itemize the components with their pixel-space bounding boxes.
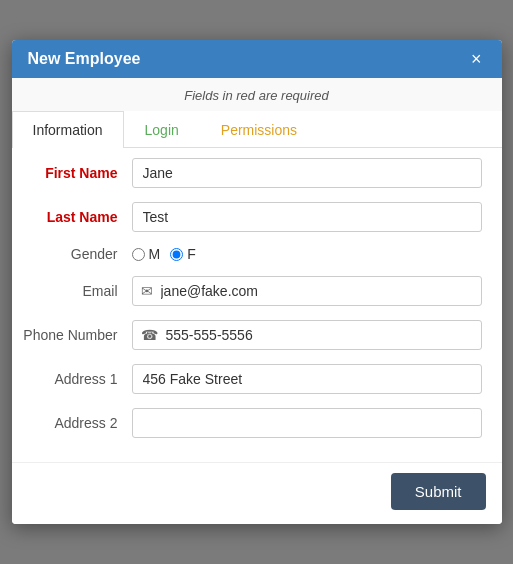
tab-information[interactable]: Information (12, 111, 124, 148)
address2-input[interactable] (132, 408, 482, 438)
first-name-row: First Name (22, 158, 482, 188)
gender-male-label: M (149, 246, 161, 262)
phone-row: Phone Number ☎ (22, 320, 482, 350)
gender-label: Gender (22, 246, 132, 262)
phone-input-wrapper: ☎ (132, 320, 482, 350)
modal-overlay: New Employee × Fields in red are require… (0, 0, 513, 564)
gender-male-radio[interactable] (132, 248, 145, 261)
phone-icon: ☎ (141, 327, 158, 343)
last-name-row: Last Name (22, 202, 482, 232)
submit-button[interactable]: Submit (391, 473, 486, 510)
address2-label: Address 2 (22, 415, 132, 431)
email-row: Email ✉ (22, 276, 482, 306)
last-name-input[interactable] (132, 202, 482, 232)
gender-female-option: F (170, 246, 196, 262)
last-name-label: Last Name (22, 209, 132, 225)
modal-footer: Submit (12, 462, 502, 524)
close-button[interactable]: × (467, 50, 486, 68)
tab-permissions[interactable]: Permissions (200, 111, 318, 148)
email-input[interactable] (161, 277, 473, 305)
modal-title: New Employee (28, 50, 141, 68)
address2-row: Address 2 (22, 408, 482, 438)
modal-header: New Employee × (12, 40, 502, 78)
tabs-bar: Information Login Permissions (12, 111, 502, 148)
gender-female-label: F (187, 246, 196, 262)
email-label: Email (22, 283, 132, 299)
modal: New Employee × Fields in red are require… (12, 40, 502, 524)
address1-row: Address 1 (22, 364, 482, 394)
gender-female-radio[interactable] (170, 248, 183, 261)
form-area: First Name Last Name Gender M (12, 148, 502, 462)
phone-label: Phone Number (22, 326, 132, 344)
address1-label: Address 1 (22, 371, 132, 387)
required-note: Fields in red are required (12, 78, 502, 111)
gender-options: M F (132, 246, 196, 262)
email-icon: ✉ (141, 283, 153, 299)
email-input-wrapper: ✉ (132, 276, 482, 306)
first-name-input[interactable] (132, 158, 482, 188)
modal-body: Fields in red are required Information L… (12, 78, 502, 462)
gender-male-option: M (132, 246, 161, 262)
first-name-label: First Name (22, 165, 132, 181)
address1-input[interactable] (132, 364, 482, 394)
tab-login[interactable]: Login (124, 111, 200, 148)
gender-row: Gender M F (22, 246, 482, 262)
phone-input[interactable] (166, 321, 473, 349)
